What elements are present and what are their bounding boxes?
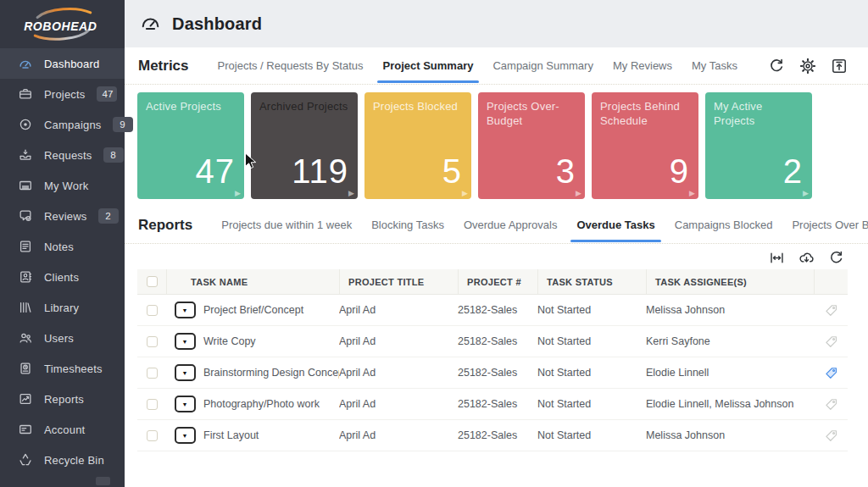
column-header-project-[interactable]: PROJECT #	[458, 269, 537, 294]
metric-card[interactable]: Projects Blocked 5 ▶	[364, 92, 471, 199]
reports-heading: Reports	[138, 217, 192, 234]
row-checkbox[interactable]	[147, 399, 158, 410]
column-header-task-name[interactable]: TASK NAME	[166, 269, 339, 294]
sidebar-item-requests[interactable]: Requests 8	[0, 140, 125, 170]
cell-task-status: Not Started	[537, 398, 646, 410]
settings-icon[interactable]	[799, 58, 816, 75]
reports-header-row: Reports Projects due within 1 weekBlocki…	[125, 207, 868, 244]
metric-card[interactable]: My Active Projects 2 ▶	[705, 92, 812, 199]
tag-icon[interactable]	[814, 397, 848, 412]
metric-card[interactable]: Archived Projects 119 ▶	[251, 92, 358, 199]
logo-text: ROBOHEAD	[24, 19, 97, 32]
count-badge: 2	[98, 208, 119, 224]
metric-card-value: 9	[670, 152, 689, 191]
sidebar-item-campaigns[interactable]: Campaigns 9	[0, 109, 125, 140]
sidebar-item-reviews[interactable]: Reviews 2	[0, 201, 125, 231]
metric-card-value: 119	[292, 152, 348, 191]
refresh-icon[interactable]	[768, 58, 785, 75]
tag-icon[interactable]	[814, 429, 848, 443]
metric-card-value: 3	[556, 152, 576, 191]
row-checkbox[interactable]	[147, 368, 158, 379]
metric-card[interactable]: Projects Over-Budget 3 ▶	[478, 92, 585, 199]
row-expand-button[interactable]: ▼	[175, 396, 196, 412]
sidebar-item-notes[interactable]: Notes	[0, 231, 125, 262]
reports-tabs: Projects due within 1 weekBlocking Tasks…	[221, 215, 868, 235]
sidebar-item-users[interactable]: Users	[0, 323, 125, 353]
sidebar-item-projects[interactable]: Projects 47	[0, 79, 125, 109]
sidebar-item-clients[interactable]: Clients	[0, 262, 125, 292]
fit-width-icon[interactable]	[769, 250, 785, 266]
select-all-checkbox[interactable]	[147, 276, 158, 287]
sidebar-item-label: Account	[44, 423, 114, 436]
sidebar-item-my-work[interactable]: My Work	[0, 170, 125, 201]
table-row[interactable]: ▼ Brainstorming Design Concepts April Ad…	[137, 357, 848, 389]
sidebar-item-dashboard[interactable]: Dashboard	[0, 48, 125, 79]
gauge-icon	[139, 11, 162, 37]
count-badge: 9	[113, 117, 133, 132]
cloud-download-icon[interactable]	[798, 250, 815, 266]
metric-card[interactable]: Projects Behind Schedule 9 ▶	[592, 92, 698, 199]
sidebar-item-label: Projects	[44, 88, 86, 101]
cell-task-status: Not Started	[537, 335, 646, 347]
row-expand-button[interactable]: ▼	[175, 364, 196, 381]
tab-campaigns-blocked[interactable]: Campaigns Blocked	[675, 215, 773, 235]
row-expand-button[interactable]: ▼	[175, 333, 196, 350]
collapse-panel-icon[interactable]	[831, 58, 848, 75]
sidebar-item-reports[interactable]: Reports	[0, 384, 125, 414]
metrics-header-row: Metrics Projects / Requests By StatusPro…	[125, 47, 868, 85]
cell-project-number: 25182-Sales	[458, 398, 537, 410]
row-checkbox[interactable]	[147, 430, 158, 441]
metric-card[interactable]: Active Projects 47 ▶	[137, 92, 244, 199]
metric-card-value: 5	[442, 152, 462, 191]
tab-projects-due-within-1-week[interactable]: Projects due within 1 week	[221, 215, 352, 235]
row-expand-button[interactable]: ▼	[175, 427, 196, 444]
table-row[interactable]: ▼ First Layout April Ad 25182-Sales Not …	[137, 420, 848, 451]
sidebar-item-label: Reviews	[44, 210, 87, 223]
tab-overdue-tasks[interactable]: Overdue Tasks	[576, 215, 654, 235]
row-checkbox[interactable]	[147, 305, 158, 316]
sidebar-item-account[interactable]: Account	[0, 414, 125, 445]
cell-project-number: 25182-Sales	[458, 367, 537, 379]
row-checkbox[interactable]	[147, 336, 158, 347]
reports-section: Reports Projects due within 1 weekBlocki…	[125, 207, 868, 451]
column-header-project-title[interactable]: PROJECT TITLE	[339, 269, 458, 294]
tab-projects-requests-by-status[interactable]: Projects / Requests By Status	[218, 56, 364, 75]
target-icon	[18, 117, 33, 132]
sidebar-item-library[interactable]: Library	[0, 292, 125, 323]
sidebar-item-recycle-bin[interactable]: Recycle Bin	[0, 445, 125, 475]
tab-projects-over-budget[interactable]: Projects Over Budget	[792, 215, 868, 235]
address-book-icon	[18, 269, 33, 285]
column-header-task-status[interactable]: TASK STATUS	[537, 269, 646, 294]
select-all-cell	[137, 276, 166, 287]
cell-task-name: Photography/Photo work	[203, 398, 339, 410]
tab-my-reviews[interactable]: My Reviews	[613, 56, 672, 75]
chart-icon	[18, 391, 33, 407]
tab-campaign-summary[interactable]: Campaign Summary	[492, 56, 593, 75]
refresh-icon[interactable]	[828, 250, 844, 266]
metrics-section: Metrics Projects / Requests By StatusPro…	[125, 47, 868, 199]
sidebar: ROBOHEAD Dashboard Projects 47 Campaigns…	[0, 0, 125, 487]
row-expand-button[interactable]: ▼	[175, 302, 196, 318]
cell-assignees: Melissa Johnson	[646, 429, 814, 441]
main-area: Dashboard Metrics Projects / Requests By…	[125, 0, 868, 487]
cell-project-number: 25182-Sales	[458, 335, 537, 347]
sidebar-item-label: Recycle Bin	[44, 454, 114, 467]
tab-overdue-approvals[interactable]: Overdue Approvals	[464, 215, 558, 235]
inbox-icon	[18, 147, 33, 163]
tab-my-tasks[interactable]: My Tasks	[692, 56, 737, 75]
column-header-task-assignee-s-[interactable]: TASK ASSIGNEE(S)	[646, 269, 814, 294]
tag-icon[interactable]	[814, 366, 848, 380]
sidebar-item-label: Dashboard	[44, 58, 114, 70]
table-row[interactable]: ▼ Project Brief/Concept April Ad 25182-S…	[137, 295, 848, 326]
tab-project-summary[interactable]: Project Summary	[383, 56, 474, 75]
logo-arc-top	[37, 8, 91, 17]
sidebar-item-label: Users	[44, 332, 114, 345]
table-row[interactable]: ▼ Photography/Photo work April Ad 25182-…	[137, 389, 848, 420]
tab-blocking-tasks[interactable]: Blocking Tasks	[371, 215, 444, 235]
tag-icon[interactable]	[814, 303, 848, 318]
table-row[interactable]: ▼ Write Copy April Ad 25182-Sales Not St…	[137, 326, 848, 357]
topbar: Dashboard	[125, 0, 868, 47]
sidebar-item-label: Timesheets	[44, 362, 114, 375]
tag-icon[interactable]	[814, 335, 848, 349]
sidebar-item-timesheets[interactable]: Timesheets	[0, 353, 125, 384]
